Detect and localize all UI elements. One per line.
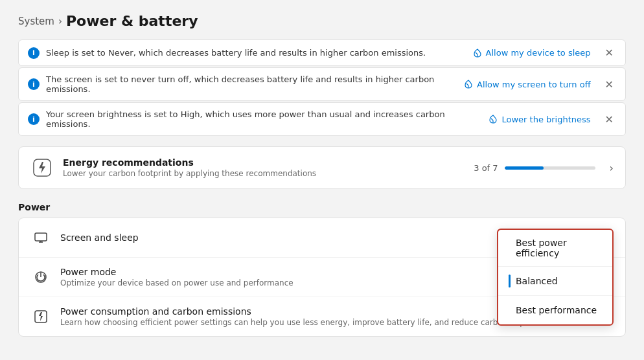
close-notif-3[interactable]: ✕ [603, 113, 616, 126]
svg-rect-7 [35, 233, 47, 241]
svg-line-1 [476, 52, 477, 54]
notification-list: i Sleep is set to Never, which decreases… [18, 39, 626, 136]
notif-brightness-text: Your screen brightness is set to High, w… [46, 109, 481, 129]
energy-progress-fill [505, 166, 544, 170]
close-notif-1[interactable]: ✕ [603, 47, 616, 59]
settings-page: System › Power & battery i Sleep is set … [0, 0, 644, 350]
energy-recommendations-card[interactable]: Energy recommendations Lower your carbon… [18, 146, 626, 189]
leaf-icon-2 [463, 79, 474, 89]
breadcrumb-system[interactable]: System [18, 16, 54, 27]
best-efficiency-label: Best power efficiency [516, 238, 602, 258]
info-icon-3: i [28, 113, 40, 125]
balanced-label: Balanced [516, 276, 558, 286]
best-performance-label: Best performance [516, 305, 597, 315]
balanced-indicator [509, 275, 511, 287]
energy-title: Energy recommendations [63, 157, 465, 168]
screen-sleep-icon [30, 227, 51, 248]
dropdown-best-efficiency[interactable]: Best power efficiency [498, 230, 612, 267]
power-mode-item[interactable]: Power mode Optimize your device based on… [19, 258, 625, 297]
dropdown-best-performance[interactable]: Best performance [498, 296, 612, 324]
notification-sleep: i Sleep is set to Never, which decreases… [18, 39, 626, 66]
energy-subtitle: Lower your carbon footprint by applying … [63, 169, 465, 178]
power-mode-dropdown[interactable]: Best power efficiency Balanced Best perf… [497, 229, 614, 326]
energy-progress-bar [505, 166, 595, 170]
notification-brightness: i Your screen brightness is set to High,… [18, 102, 626, 136]
power-section-label: Power [18, 202, 626, 212]
lower-brightness-link[interactable]: Lower the brightness [488, 114, 590, 124]
power-settings-group: Screen and sleep ∨ Power mode Optimize y… [18, 218, 626, 337]
notif-screen-text: The screen is set to never turn off, whi… [46, 74, 457, 94]
close-notif-2[interactable]: ✕ [603, 78, 616, 91]
svg-line-5 [491, 118, 493, 120]
breadcrumb-arrow: › [58, 16, 62, 27]
allow-screen-link[interactable]: Allow my screen to turn off [463, 79, 591, 89]
leaf-icon-3 [488, 114, 498, 124]
power-mode-icon [30, 267, 51, 287]
leaf-icon [472, 48, 483, 58]
notification-screen: i The screen is set to never turn off, w… [18, 67, 626, 101]
info-icon: i [28, 47, 40, 59]
energy-count: 3 of 7 [474, 163, 498, 173]
breadcrumb: System › Power & battery [18, 13, 626, 29]
allow-sleep-link[interactable]: Allow my device to sleep [472, 48, 591, 58]
energy-icon [30, 156, 54, 179]
energy-info: Energy recommendations Lower your carbon… [63, 157, 465, 178]
svg-line-3 [466, 84, 468, 85]
performance-spacer [509, 304, 511, 317]
power-consumption-icon [30, 306, 51, 327]
energy-progress-area: 3 of 7 [474, 163, 595, 173]
notif-sleep-text: Sleep is set to Never, which decreases b… [46, 48, 466, 58]
info-icon-2: i [28, 78, 40, 90]
efficiency-spacer [509, 242, 511, 254]
page-title: Power & battery [66, 13, 198, 29]
dropdown-balanced[interactable]: Balanced [498, 267, 612, 296]
energy-chevron-icon[interactable]: › [610, 162, 614, 174]
